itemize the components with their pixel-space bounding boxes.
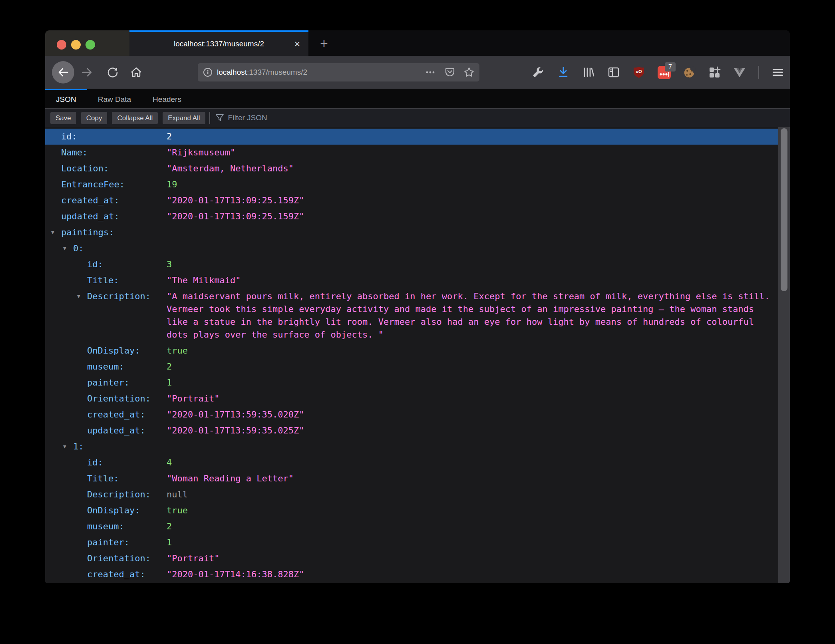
json-row[interactable]: updated_at:"2020-01-17T13:09:25.159Z" xyxy=(45,209,778,225)
json-row[interactable]: Orientation:"Portrait" xyxy=(45,551,778,566)
sidebar-toggle-icon[interactable] xyxy=(607,66,620,79)
tab-close-icon[interactable]: ✕ xyxy=(294,40,300,48)
bookmark-star-icon[interactable] xyxy=(463,67,475,78)
json-row[interactable]: id:4 xyxy=(45,455,778,471)
expander-arrow-icon[interactable]: ▼ xyxy=(61,439,68,455)
json-value: true xyxy=(167,503,777,519)
expander-arrow-icon[interactable]: ▼ xyxy=(61,241,68,256)
mac-zoom-button[interactable] xyxy=(85,40,95,50)
json-viewer-toolbar: Save Copy Collapse All Expand All Filter… xyxy=(45,109,790,127)
json-row[interactable]: EntranceFee:19 xyxy=(45,177,778,193)
json-key: OnDisplay: xyxy=(87,343,140,359)
developer-tools-wrench-icon[interactable] xyxy=(532,66,545,79)
tab-headers[interactable]: Headers xyxy=(142,89,192,108)
json-content: id:2Name:"Rijksmuseum"Location:"Amsterda… xyxy=(45,127,790,583)
json-row[interactable]: Title:"The Milkmaid" xyxy=(45,272,778,288)
json-key: created_at: xyxy=(87,566,145,582)
copy-button[interactable]: Copy xyxy=(81,112,107,124)
json-row[interactable]: updated_at:"2020-01-17T13:59:35.025Z" xyxy=(45,423,778,439)
json-row[interactable]: Description:null xyxy=(45,487,778,503)
json-row[interactable]: created_at:"2020-01-17T14:16:38.828Z" xyxy=(45,566,778,582)
mac-close-button[interactable] xyxy=(57,40,66,50)
page-actions-icon[interactable] xyxy=(425,67,435,78)
json-value: "2020-01-17T14:16:38.828Z" xyxy=(167,566,777,582)
json-row[interactable]: id:2 xyxy=(45,129,778,145)
json-value: 2 xyxy=(167,129,777,145)
toolbar-separator xyxy=(758,66,759,79)
new-tab-button[interactable]: + xyxy=(315,30,333,56)
json-row[interactable]: created_at:"2020-01-17T13:09:25.159Z" xyxy=(45,193,778,209)
json-key: OnDisplay: xyxy=(87,503,140,519)
json-row[interactable]: museum:2 xyxy=(45,519,778,535)
json-key: museum: xyxy=(87,359,124,375)
scrollbar-thumb[interactable] xyxy=(781,128,787,291)
cookie-manager-icon[interactable] xyxy=(683,66,696,79)
json-row[interactable]: id:3 xyxy=(45,256,778,272)
json-row[interactable]: created_at:"2020-01-17T13:59:35.020Z" xyxy=(45,407,778,423)
json-value: "Woman Reading a Letter" xyxy=(167,471,777,487)
vue-devtools-icon[interactable] xyxy=(733,66,746,79)
extensions-icon[interactable] xyxy=(708,66,721,79)
json-value: "A maidservant pours milk, entirely abso… xyxy=(167,288,777,341)
browser-tab[interactable]: localhost:1337/museums/2 ✕ xyxy=(129,30,308,56)
json-key: id: xyxy=(61,129,77,145)
json-row[interactable]: Title:"Woman Reading a Letter" xyxy=(45,471,778,487)
filter-json-input[interactable]: Filter JSON xyxy=(228,113,267,122)
back-icon[interactable] xyxy=(57,66,70,79)
json-row[interactable]: painter:1 xyxy=(45,535,778,551)
mac-window-controls xyxy=(45,30,129,56)
filter-funnel-icon xyxy=(215,113,225,123)
url-bar[interactable]: localhost:1337/museums/2 xyxy=(198,63,479,81)
json-key: created_at: xyxy=(61,193,119,209)
json-key: painter: xyxy=(87,375,129,391)
json-row[interactable]: ▼1: xyxy=(45,439,778,455)
json-row[interactable]: museum:2 xyxy=(45,359,778,375)
json-row[interactable]: OnDisplay:true xyxy=(45,503,778,519)
expander-arrow-icon[interactable]: ▼ xyxy=(49,225,56,241)
json-value: 19 xyxy=(167,177,777,193)
json-value: 3 xyxy=(167,256,777,272)
scrollbar-track[interactable] xyxy=(778,127,790,583)
json-value: "2020-01-17T13:59:35.020Z" xyxy=(167,407,777,423)
json-key: Name: xyxy=(61,145,87,161)
library-icon[interactable] xyxy=(582,66,595,79)
tab-raw-data[interactable]: Raw Data xyxy=(87,89,142,108)
json-key: Description: xyxy=(87,487,151,503)
json-key: Orientation: xyxy=(87,391,151,407)
toolbar-icon-cluster: uO 7 xyxy=(532,56,784,89)
url-text: localhost:1337/museums/2 xyxy=(217,68,307,77)
json-row[interactable]: OnDisplay:true xyxy=(45,343,778,359)
json-rows: id:2Name:"Rijksmuseum"Location:"Amsterda… xyxy=(45,127,778,582)
collapse-all-button[interactable]: Collapse All xyxy=(112,112,158,124)
json-row[interactable]: Name:"Rijksmuseum" xyxy=(45,145,778,161)
pocket-icon[interactable] xyxy=(444,67,455,78)
json-row[interactable]: ▼Description:"A maidservant pours milk, … xyxy=(45,288,778,343)
reload-icon[interactable] xyxy=(106,66,119,79)
json-value: 4 xyxy=(167,455,777,471)
json-row[interactable]: ▼paintings: xyxy=(45,225,778,241)
tab-title: localhost:1337/museums/2 xyxy=(174,40,264,48)
json-key: id: xyxy=(87,455,103,471)
ublock-origin-icon[interactable]: uO xyxy=(632,66,645,79)
json-row[interactable]: Orientation:"Portrait" xyxy=(45,391,778,407)
password-manager-icon[interactable]: 7 xyxy=(658,66,670,79)
menu-hamburger-icon[interactable] xyxy=(771,66,784,79)
site-info-icon[interactable] xyxy=(203,67,213,78)
mac-minimize-button[interactable] xyxy=(71,40,81,50)
json-value: null xyxy=(167,487,777,503)
json-value: "2020-01-17T13:09:25.159Z" xyxy=(167,209,777,225)
svg-text:uO: uO xyxy=(636,69,642,74)
json-key: id: xyxy=(87,256,103,272)
tab-json[interactable]: JSON xyxy=(45,89,87,108)
expander-arrow-icon[interactable]: ▼ xyxy=(75,288,82,304)
save-button[interactable]: Save xyxy=(50,112,76,124)
forward-icon[interactable] xyxy=(81,66,93,79)
json-row[interactable]: painter:1 xyxy=(45,375,778,391)
expand-all-button[interactable]: Expand All xyxy=(163,112,205,124)
home-icon[interactable] xyxy=(130,66,143,79)
downloads-icon[interactable] xyxy=(557,66,570,79)
json-row[interactable]: Location:"Amsterdam, Netherlands" xyxy=(45,161,778,177)
json-value: "The Milkmaid" xyxy=(167,272,777,288)
json-value: "Portrait" xyxy=(167,391,777,407)
json-row[interactable]: ▼0: xyxy=(45,241,778,256)
